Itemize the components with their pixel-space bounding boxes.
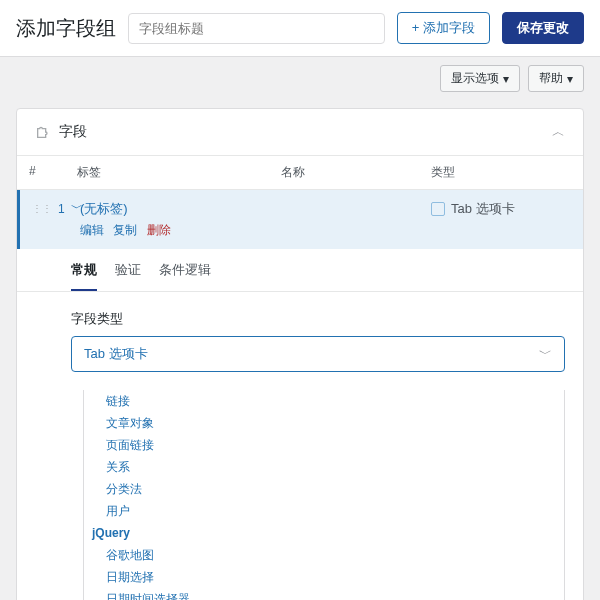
puzzle-icon [35,124,51,140]
col-name: 名称 [281,164,431,181]
option-link[interactable]: 链接 [84,390,564,412]
drag-handle-icon[interactable]: ⋮⋮ [32,204,52,214]
option-user[interactable]: 用户 [84,500,564,522]
tab-icon [431,202,445,216]
page-title: 添加字段组 [16,15,116,42]
field-row[interactable]: ⋮⋮ 1 ﹀ (无标签) 编辑 复制 删除 Tab 选项卡 [17,190,583,249]
edit-link[interactable]: 编辑 [80,223,104,237]
help-button[interactable]: 帮助 ▾ [528,65,584,92]
tab-validate[interactable]: 验证 [115,261,141,291]
tab-general[interactable]: 常规 [71,261,97,291]
group-title-input[interactable] [128,13,385,44]
show-options-button[interactable]: 显示选项 ▾ [440,65,520,92]
field-type-label: 字段类型 [71,310,565,328]
chevron-down-icon: ▾ [567,72,573,86]
copy-link[interactable]: 复制 [113,223,137,237]
field-label[interactable]: (无标签) [80,200,281,218]
col-label: 标签 [77,164,281,181]
field-type-dropdown[interactable]: 链接 文章对象 页面链接 关系 分类法 用户 jQuery 谷歌地图 日期选择 … [83,390,565,600]
option-taxonomy[interactable]: 分类法 [84,478,564,500]
tab-logic[interactable]: 条件逻辑 [159,261,211,291]
optgroup-jquery: jQuery [84,522,564,544]
option-google-map[interactable]: 谷歌地图 [84,544,564,566]
chevron-up-icon: ︿ [552,123,565,141]
col-type: 类型 [431,164,571,181]
add-field-button[interactable]: + 添加字段 [397,12,490,44]
save-button[interactable]: 保存更改 [502,12,584,44]
option-relation[interactable]: 关系 [84,456,564,478]
col-num: # [29,164,77,181]
delete-link[interactable]: 删除 [147,223,171,237]
option-post-object[interactable]: 文章对象 [84,412,564,434]
panel-header[interactable]: 字段 ︿ [17,109,583,156]
option-date[interactable]: 日期选择 [84,566,564,588]
field-type-select[interactable]: Tab 选项卡 ﹀ [71,336,565,372]
option-datetime[interactable]: 日期时间选择器 [84,588,564,600]
chevron-down-icon: ﹀ [539,345,552,363]
option-page-link[interactable]: 页面链接 [84,434,564,456]
chevron-down-icon: ▾ [503,72,509,86]
